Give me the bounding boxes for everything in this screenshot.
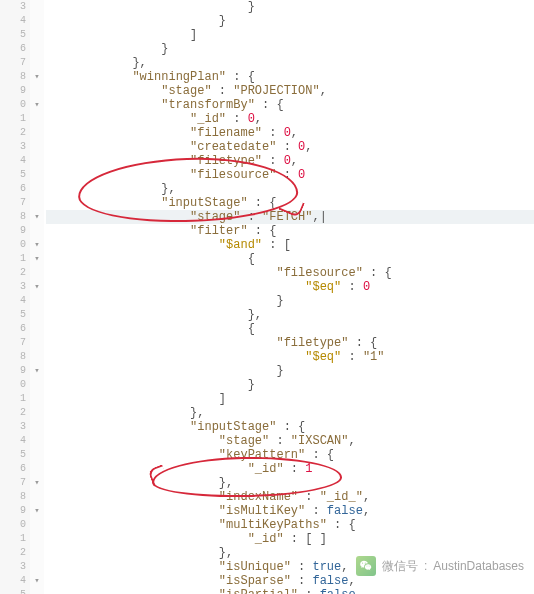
line-number: 0 (0, 518, 26, 532)
code-line[interactable]: "$eq" : "1" (46, 350, 534, 364)
fold-spacer (30, 546, 44, 560)
fold-spacer (30, 392, 44, 406)
fold-spacer (30, 126, 44, 140)
fold-toggle-icon[interactable]: ▾ (30, 476, 44, 490)
code-line[interactable]: "filter" : { (46, 224, 534, 238)
code-line[interactable]: "$and" : [ (46, 238, 534, 252)
fold-spacer (30, 308, 44, 322)
code-line[interactable]: "createdate" : 0, (46, 140, 534, 154)
line-number: 1 (0, 532, 26, 546)
line-number: 4 (0, 154, 26, 168)
fold-spacer (30, 266, 44, 280)
code-line[interactable]: "keyPattern" : { (46, 448, 534, 462)
wechat-icon (356, 556, 376, 576)
code-line[interactable]: "filesource" : 0 (46, 168, 534, 182)
code-line[interactable]: } (46, 42, 534, 56)
line-number: 2 (0, 546, 26, 560)
fold-spacer (30, 196, 44, 210)
code-line[interactable]: { (46, 252, 534, 266)
line-number: 9 (0, 224, 26, 238)
fold-spacer (30, 322, 44, 336)
code-line[interactable]: "winningPlan" : { (46, 70, 534, 84)
fold-spacer (30, 350, 44, 364)
line-number: 9 (0, 504, 26, 518)
code-line[interactable]: "isMultiKey" : false, (46, 504, 534, 518)
fold-spacer (30, 224, 44, 238)
fold-spacer (30, 490, 44, 504)
code-line[interactable]: }, (46, 56, 534, 70)
code-line[interactable]: }, (46, 308, 534, 322)
line-number: 8 (0, 490, 26, 504)
line-number: 6 (0, 322, 26, 336)
code-line[interactable]: "stage" : "PROJECTION", (46, 84, 534, 98)
fold-toggle-icon[interactable]: ▾ (30, 98, 44, 112)
fold-toggle-icon[interactable]: ▾ (30, 238, 44, 252)
watermark-value: AustinDatabases (433, 559, 524, 573)
line-number: 6 (0, 462, 26, 476)
code-line[interactable]: "filetype" : 0, (46, 154, 534, 168)
code-line[interactable]: ] (46, 392, 534, 406)
fold-spacer (30, 560, 44, 574)
fold-spacer (30, 532, 44, 546)
code-line[interactable]: "_id" : 1 (46, 462, 534, 476)
fold-spacer (30, 378, 44, 392)
fold-spacer (30, 518, 44, 532)
code-line[interactable]: "inputStage" : { (46, 420, 534, 434)
code-line[interactable]: "indexName" : "_id_", (46, 490, 534, 504)
line-number: 7 (0, 196, 26, 210)
code-line[interactable]: } (46, 378, 534, 392)
fold-spacer (30, 28, 44, 42)
code-line[interactable]: "stage" : "IXSCAN", (46, 434, 534, 448)
code-line[interactable]: } (46, 14, 534, 28)
line-number: 5 (0, 168, 26, 182)
code-line[interactable]: "inputStage" : { (46, 196, 534, 210)
line-number: 8 (0, 210, 26, 224)
code-line[interactable]: }, (46, 182, 534, 196)
code-editor: 3456789012345678901234567890123456789012… (0, 0, 534, 594)
code-line[interactable]: "stage" : "FETCH",| (46, 210, 534, 224)
code-line[interactable]: "isPartial" : false, (46, 588, 534, 594)
code-line[interactable]: { (46, 322, 534, 336)
fold-spacer (30, 294, 44, 308)
code-line[interactable]: "$eq" : 0 (46, 280, 534, 294)
fold-toggle-icon[interactable]: ▾ (30, 280, 44, 294)
fold-spacer (30, 434, 44, 448)
code-line[interactable]: }, (46, 476, 534, 490)
line-number: 3 (0, 140, 26, 154)
fold-spacer (30, 112, 44, 126)
line-number: 4 (0, 574, 26, 588)
code-line[interactable]: "transformBy" : { (46, 98, 534, 112)
code-line[interactable]: }, (46, 406, 534, 420)
code-line[interactable]: "filetype" : { (46, 336, 534, 350)
fold-spacer (30, 84, 44, 98)
line-number: 4 (0, 294, 26, 308)
fold-spacer (30, 140, 44, 154)
code-line[interactable]: } (46, 294, 534, 308)
line-number: 9 (0, 364, 26, 378)
code-line[interactable]: "_id" : 0, (46, 112, 534, 126)
code-area[interactable]: } } ] } }, "winningPlan" : { "stage" : "… (44, 0, 534, 594)
fold-toggle-icon[interactable]: ▾ (30, 210, 44, 224)
fold-toggle-icon[interactable]: ▾ (30, 574, 44, 588)
fold-toggle-icon[interactable]: ▾ (30, 364, 44, 378)
code-line[interactable]: "isSparse" : false, (46, 574, 534, 588)
line-number: 3 (0, 560, 26, 574)
line-number: 5 (0, 588, 26, 594)
code-line[interactable]: "filesource" : { (46, 266, 534, 280)
code-line[interactable]: } (46, 0, 534, 14)
fold-column[interactable]: ▾▾▾▾▾▾▾▾▾▾ (30, 0, 44, 594)
code-line[interactable]: "filename" : 0, (46, 126, 534, 140)
line-number: 2 (0, 126, 26, 140)
code-line[interactable]: } (46, 364, 534, 378)
code-line[interactable]: "multiKeyPaths" : { (46, 518, 534, 532)
fold-spacer (30, 182, 44, 196)
line-number: 5 (0, 28, 26, 42)
line-number-gutter: 3456789012345678901234567890123456789012… (0, 0, 30, 594)
fold-toggle-icon[interactable]: ▾ (30, 252, 44, 266)
line-number: 5 (0, 448, 26, 462)
fold-toggle-icon[interactable]: ▾ (30, 70, 44, 84)
fold-spacer (30, 462, 44, 476)
code-line[interactable]: "_id" : [ ] (46, 532, 534, 546)
code-line[interactable]: ] (46, 28, 534, 42)
fold-toggle-icon[interactable]: ▾ (30, 504, 44, 518)
